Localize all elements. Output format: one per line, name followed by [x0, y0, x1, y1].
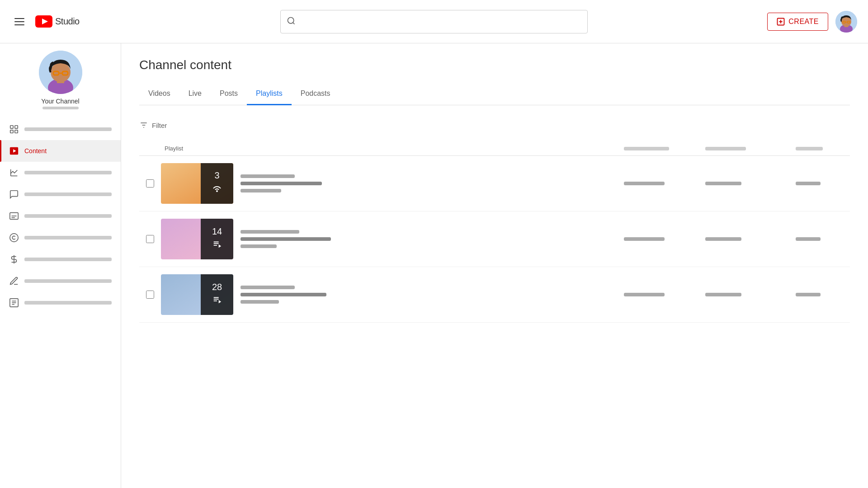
- create-label: CREATE: [788, 18, 819, 26]
- row-3-check: [139, 291, 161, 299]
- tab-live[interactable]: Live: [179, 83, 211, 105]
- sidebar-placeholder-8: [24, 279, 112, 283]
- row-2-info: 14: [161, 219, 624, 259]
- row-3-title-ph: [241, 286, 295, 289]
- row-3-col3: [705, 293, 796, 296]
- tab-posts[interactable]: Posts: [211, 83, 247, 105]
- sidebar-placeholder-1: [24, 127, 112, 131]
- header: Studio CREATE: [0, 0, 868, 43]
- row-2-type-icon: [212, 239, 222, 252]
- sidebar-item-comments[interactable]: [0, 183, 121, 205]
- svg-rect-23: [10, 130, 13, 133]
- content-tabs: Videos Live Posts Playlists Podcasts: [139, 83, 850, 105]
- sidebar: Your Channel Content: [0, 43, 121, 488]
- sidebar-item-analytics[interactable]: [0, 162, 121, 183]
- sidebar-nav: Content: [0, 118, 121, 314]
- row-1-checkbox[interactable]: [146, 179, 154, 188]
- sidebar-item-dashboard[interactable]: [0, 118, 121, 140]
- content-icon: [9, 146, 19, 156]
- row-1-thumbnail[interactable]: 3: [161, 163, 233, 204]
- row-2-overlay: 14: [201, 219, 233, 259]
- svg-point-42: [216, 190, 218, 192]
- studio-label: Studio: [55, 16, 80, 27]
- row-3-count: 28: [212, 282, 222, 292]
- page-title: Channel content: [139, 58, 850, 72]
- monetization-icon: [9, 254, 19, 264]
- search-bar: [280, 10, 588, 33]
- row-3-col4: [796, 293, 850, 296]
- row-1-meta-ph: [241, 189, 281, 192]
- row-2-title-ph: [241, 230, 299, 234]
- hamburger-button[interactable]: [11, 14, 28, 29]
- row-3-col4-ph: [796, 293, 821, 296]
- tab-videos[interactable]: Videos: [139, 83, 179, 105]
- svg-point-32: [10, 234, 18, 242]
- col-playlist-header: Playlist: [161, 145, 624, 152]
- create-button[interactable]: CREATE: [767, 13, 828, 31]
- tab-playlists[interactable]: Playlists: [247, 83, 292, 105]
- search-icon: [287, 16, 296, 27]
- tab-podcasts[interactable]: Podcasts: [292, 83, 340, 105]
- avatar-image: [835, 11, 857, 33]
- sidebar-placeholder-6: [24, 236, 112, 239]
- row-1-desc-ph: [241, 182, 322, 185]
- customization-icon: [9, 276, 19, 286]
- svg-point-2: [288, 17, 294, 23]
- row-3-checkbox[interactable]: [146, 291, 154, 299]
- row-3-text: [241, 286, 326, 304]
- playlist-row: 14: [139, 211, 850, 267]
- channel-avatar[interactable]: [39, 51, 82, 94]
- sidebar-item-monetization[interactable]: [0, 249, 121, 270]
- row-1-check: [139, 179, 161, 188]
- row-1-overlay: 3: [201, 163, 233, 204]
- row-2-col3-ph: [705, 237, 741, 241]
- sidebar-placeholder-5: [24, 214, 112, 218]
- row-2-col4: [796, 237, 850, 241]
- header-right: CREATE: [767, 11, 857, 33]
- row-2-col3: [705, 237, 796, 241]
- channel-name: Your Channel: [41, 98, 79, 105]
- row-2-check: [139, 235, 161, 243]
- dashboard-icon: [9, 124, 19, 134]
- main-content: Channel content Videos Live Posts Playli…: [121, 43, 868, 488]
- row-2-checkbox[interactable]: [146, 235, 154, 243]
- sidebar-item-customization[interactable]: [0, 270, 121, 292]
- row-2-thumbnail[interactable]: 14: [161, 219, 233, 259]
- sidebar-item-content[interactable]: Content: [0, 140, 121, 162]
- svg-rect-24: [15, 130, 18, 133]
- row-1-col4: [796, 182, 850, 185]
- sidebar-item-copyright[interactable]: [0, 227, 121, 249]
- row-3-thumbnail[interactable]: 28: [161, 274, 233, 315]
- row-3-meta-ph: [241, 300, 279, 304]
- playlist-row: 28: [139, 267, 850, 323]
- filter-bar: Filter: [139, 116, 850, 134]
- sidebar-item-subtitles[interactable]: [0, 205, 121, 227]
- row-2-col4-ph: [796, 237, 821, 241]
- row-3-col2-ph: [624, 293, 665, 296]
- filter-label[interactable]: Filter: [152, 122, 167, 129]
- col-2-header: [624, 147, 705, 150]
- header-left: Studio: [11, 14, 80, 29]
- col-3-placeholder: [705, 147, 746, 150]
- logo-link[interactable]: Studio: [35, 15, 80, 28]
- row-2-desc-ph: [241, 237, 331, 241]
- row-2-col2-ph: [624, 237, 665, 241]
- sidebar-item-audiolib[interactable]: [0, 292, 121, 314]
- svg-line-3: [293, 22, 295, 24]
- row-1-col2-ph: [624, 182, 665, 185]
- row-1-col3-ph: [705, 182, 741, 185]
- row-1-col3: [705, 182, 796, 185]
- svg-marker-47: [219, 244, 222, 248]
- search-input[interactable]: [280, 10, 588, 33]
- col-4-header: [796, 147, 850, 150]
- playlist-row: 3: [139, 156, 850, 211]
- row-2-text: [241, 230, 331, 248]
- row-3-col2: [624, 293, 705, 296]
- row-3-desc-ph: [241, 293, 326, 296]
- col-2-placeholder: [624, 147, 669, 150]
- row-3-col3-ph: [705, 293, 741, 296]
- sidebar-placeholder-4: [24, 192, 112, 196]
- layout: Your Channel Content: [0, 43, 868, 488]
- comments-icon: [9, 189, 19, 199]
- avatar[interactable]: [835, 11, 857, 33]
